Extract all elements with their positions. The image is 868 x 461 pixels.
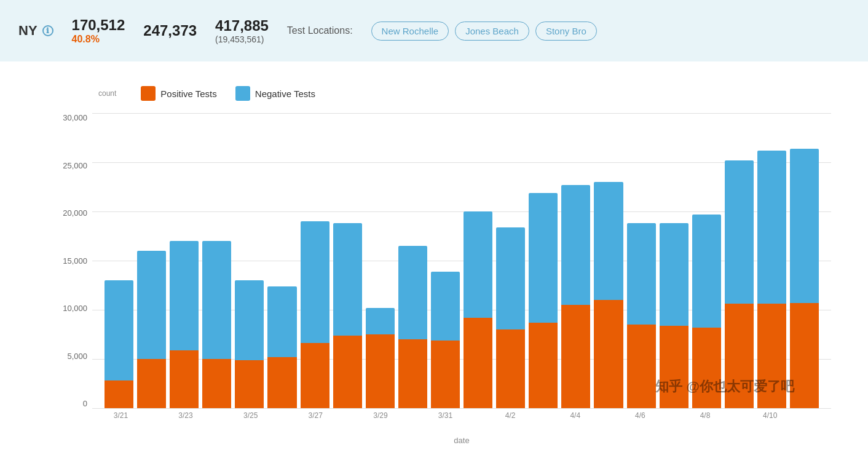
y-label-4: 10,000 xyxy=(63,304,87,313)
bar-group xyxy=(137,113,166,408)
bar-group xyxy=(235,113,264,408)
positive-bar xyxy=(692,328,721,408)
bar-group xyxy=(333,113,362,408)
test-locations-label: Test Locations: xyxy=(287,25,353,36)
total-count: 417,885 xyxy=(215,17,269,34)
negative-bar xyxy=(594,182,623,300)
y-label-6: 0 xyxy=(83,399,87,408)
positive-count: 170,512 xyxy=(72,17,125,34)
x-date-label: 3/31 xyxy=(429,411,462,420)
positive-pct: 40.8% xyxy=(72,34,125,45)
positive-bar xyxy=(496,329,525,408)
x-date-label: 4/10 xyxy=(754,411,786,420)
x-date-label: 4/2 xyxy=(494,411,527,420)
bar-group xyxy=(267,113,296,408)
y-label-2: 20,000 xyxy=(63,208,87,218)
positive-bar xyxy=(594,300,623,408)
positive-bar xyxy=(105,380,133,408)
x-date-label: 3/27 xyxy=(299,411,332,420)
x-axis-label: date xyxy=(92,436,831,445)
positive-bar xyxy=(202,359,231,408)
x-date-label: 4/8 xyxy=(689,411,722,420)
positive-legend-item: Positive Tests xyxy=(141,86,216,101)
state-label: NY ℹ xyxy=(18,23,53,39)
positive-bar xyxy=(398,339,427,408)
total-paren: (19,453,561) xyxy=(215,34,269,44)
location-tag-0[interactable]: New Rochelle xyxy=(371,22,449,41)
location-tag-2[interactable]: Stony Bro xyxy=(535,22,597,41)
negative-bar xyxy=(333,223,362,335)
positive-bar xyxy=(431,341,460,408)
negative-legend-item: Negative Tests xyxy=(235,86,315,101)
x-date-label: 4/4 xyxy=(559,411,591,420)
negative-bar xyxy=(301,221,329,343)
negative-count: 247,373 xyxy=(143,22,197,39)
bar-group xyxy=(366,113,395,408)
bar-group xyxy=(202,113,231,408)
negative-bar xyxy=(267,286,296,357)
bar-group xyxy=(431,113,460,408)
negative-bar xyxy=(464,211,492,318)
positive-bar xyxy=(561,305,590,408)
watermark: 知乎 @你也太可爱了吧 xyxy=(655,377,794,396)
positive-bar xyxy=(529,323,558,408)
bar-group xyxy=(757,113,786,408)
bar-group xyxy=(725,113,754,408)
state-text: NY xyxy=(18,23,37,39)
positive-bar xyxy=(267,357,296,408)
bar-group xyxy=(594,113,623,408)
negative-bar xyxy=(561,185,590,305)
x-date-label: 3/21 xyxy=(105,411,137,420)
positive-bar xyxy=(464,318,492,408)
negative-bar xyxy=(235,280,264,360)
bar-group xyxy=(627,113,656,408)
bar-group xyxy=(561,113,590,408)
bar-group xyxy=(790,113,819,408)
count-label: count xyxy=(98,89,116,98)
x-date-label: 3/25 xyxy=(234,411,267,420)
positive-legend-label: Positive Tests xyxy=(160,89,216,99)
negative-legend-label: Negative Tests xyxy=(255,89,315,99)
negative-bar xyxy=(202,241,231,359)
bar-group xyxy=(398,113,427,408)
positive-bar xyxy=(627,325,656,408)
negative-bar xyxy=(790,149,819,303)
negative-bar xyxy=(137,251,166,359)
positive-bar xyxy=(301,343,329,408)
x-date-label: 4/6 xyxy=(624,411,657,420)
negative-bar xyxy=(398,246,427,339)
bar-group xyxy=(529,113,558,408)
y-label-5: 5,000 xyxy=(67,352,87,361)
x-date-label: 3/29 xyxy=(365,411,397,420)
y-label-0: 30,000 xyxy=(63,113,87,122)
negative-bar xyxy=(692,215,721,328)
location-tag-1[interactable]: Jones Beach xyxy=(455,22,529,41)
legend: count Positive Tests Negative Tests xyxy=(98,86,831,101)
positive-bar xyxy=(137,359,166,408)
negative-bar xyxy=(757,151,786,304)
positive-bar xyxy=(790,303,819,408)
positive-bar xyxy=(333,336,362,408)
positive-swatch xyxy=(141,86,156,101)
bar-group xyxy=(692,113,721,408)
bar-group xyxy=(301,113,329,408)
chart-area: count Positive Tests Negative Tests 30,0… xyxy=(0,61,868,461)
total-tests: 417,885 (19,453,561) xyxy=(215,17,269,44)
negative-bar xyxy=(105,280,133,380)
bar-group xyxy=(496,113,525,408)
positive-stats: 170,512 40.8% xyxy=(72,17,125,45)
positive-bar xyxy=(170,350,199,408)
header: NY ℹ 170,512 40.8% 247,373 417,885 (19,4… xyxy=(0,0,868,61)
positive-bar xyxy=(235,360,264,408)
negative-swatch xyxy=(235,86,250,101)
negative-bar xyxy=(529,193,558,323)
positive-bar xyxy=(366,334,395,408)
bars-area xyxy=(92,113,831,408)
x-date-label: 3/23 xyxy=(170,411,202,420)
negative-bar xyxy=(170,241,199,350)
info-icon[interactable]: ℹ xyxy=(42,25,53,36)
bar-group xyxy=(660,113,688,408)
negative-bar xyxy=(366,308,395,334)
negative-bar xyxy=(496,227,525,329)
location-tags: New Rochelle Jones Beach Stony Bro xyxy=(371,22,597,41)
